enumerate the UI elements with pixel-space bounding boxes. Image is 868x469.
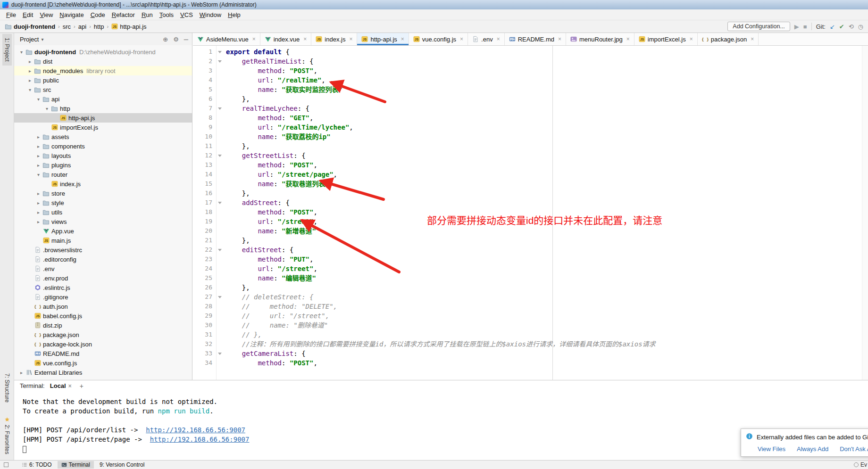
project-tree-item[interactable]: .gitignore (14, 292, 192, 302)
new-terminal-icon[interactable]: + (80, 382, 83, 390)
project-tree-item[interactable]: ▾src (14, 85, 192, 94)
close-icon[interactable]: × (68, 383, 72, 389)
tool-stripe-2-favorites[interactable]: 2: Favorites (2, 413, 12, 458)
fold-icon[interactable] (218, 249, 222, 251)
menu-item-edit[interactable]: Edit (19, 10, 36, 19)
editor-scrollbar[interactable] (862, 46, 868, 380)
project-tree-item[interactable]: ▸External Libraries (14, 368, 192, 377)
project-tree-item[interactable]: README.md (14, 349, 192, 358)
menu-item-refactor[interactable]: Refactor (108, 10, 138, 19)
breadcrumb-item[interactable]: src (63, 23, 71, 30)
statusbar-item-terminal[interactable]: Terminal (58, 461, 94, 469)
fold-icon[interactable] (218, 60, 222, 63)
close-icon[interactable]: × (252, 36, 256, 42)
editor-tab[interactable]: { }package.json× (698, 33, 759, 45)
terminal-tab-local[interactable]: Local × (47, 381, 75, 390)
chevron-right-icon[interactable]: ▸ (26, 78, 33, 83)
run-icon[interactable]: ▶ (794, 24, 799, 30)
project-tree-item[interactable]: JSvue.config.js (14, 358, 192, 368)
chevron-down-icon[interactable]: ▾ (26, 87, 33, 92)
project-panel-title[interactable]: Project (20, 36, 39, 43)
chevron-down-icon[interactable]: ▾ (43, 106, 50, 111)
fold-icon[interactable] (218, 296, 222, 298)
event-log-button[interactable]: Ev (854, 461, 867, 468)
chevron-right-icon[interactable]: ▸ (35, 163, 42, 168)
project-tree-item[interactable]: ▸store (14, 189, 192, 198)
terminal-output[interactable]: Note that the development build is not o… (14, 391, 868, 453)
fold-icon[interactable] (218, 155, 222, 157)
terminal-link[interactable]: http://192.168.66.56:9007 (146, 426, 245, 434)
project-tree-item[interactable]: JSmain.js (14, 236, 192, 245)
chevron-down-icon[interactable]: ▾ (35, 172, 42, 177)
close-icon[interactable]: × (558, 36, 561, 42)
breadcrumb-item[interactable]: api (78, 23, 86, 30)
project-tree-item[interactable]: JSindex.js (14, 179, 192, 189)
menu-item-help[interactable]: Help (225, 10, 244, 19)
close-icon[interactable]: × (690, 36, 693, 42)
chevron-right-icon[interactable]: ▸ (35, 153, 42, 158)
editor-tab[interactable]: JShttp-api.js× (357, 33, 409, 45)
chevron-right-icon[interactable]: ▸ (26, 59, 33, 64)
project-tree-item[interactable]: ▸components (14, 141, 192, 151)
project-tree-item[interactable]: ▸dist (14, 57, 192, 66)
project-tree-item[interactable]: ▸views (14, 217, 192, 226)
tool-window-quick-access-icon[interactable] (4, 462, 8, 467)
chevron-right-icon[interactable]: ▸ (35, 219, 42, 224)
project-tree-item[interactable]: { }package-lock.json (14, 339, 192, 349)
close-icon[interactable]: × (497, 36, 500, 42)
menu-item-view[interactable]: View (36, 10, 56, 19)
close-icon[interactable]: × (303, 36, 307, 42)
notification-action[interactable]: Don't Ask Agai (840, 445, 868, 453)
statusbar-item-6-todo[interactable]: 6: TODO (18, 461, 56, 469)
close-icon[interactable]: × (349, 36, 352, 42)
project-tree-item[interactable]: ▸node_moduleslibrary root (14, 66, 192, 75)
editor-tab[interactable]: menuRouter.jpg× (566, 33, 634, 45)
project-tree[interactable]: ▾duoji-frontendD:\zheheWeb\duoji-fronten… (14, 47, 192, 380)
chevron-right-icon[interactable]: ▸ (35, 134, 42, 140)
project-tree-item[interactable]: .browserslistrc (14, 245, 192, 255)
project-tree-item[interactable]: JShttp-api.js (14, 113, 192, 123)
chevron-right-icon[interactable]: ▸ (18, 370, 25, 375)
chevron-down-icon[interactable]: ▾ (18, 49, 25, 55)
project-tree-item[interactable]: ▾http (14, 104, 192, 113)
menu-item-window[interactable]: Window (196, 10, 225, 19)
project-tree-item[interactable]: ▸plugins (14, 160, 192, 170)
project-tree-item[interactable]: ▾duoji-frontendD:\zheheWeb\duoji-fronten… (14, 47, 192, 57)
chevron-right-icon[interactable]: ▸ (26, 68, 33, 74)
menu-item-file[interactable]: File (3, 10, 19, 19)
editor-tab[interactable]: .env× (468, 33, 505, 45)
locate-icon[interactable]: ⊕ (163, 36, 168, 43)
breadcrumb-item[interactable]: http (94, 23, 104, 30)
project-tree-item[interactable]: .env (14, 264, 192, 273)
fold-icon[interactable] (218, 107, 222, 110)
menu-item-run[interactable]: Run (138, 10, 156, 19)
editor-gutter[interactable]: 1234567891011121314151617181920212223242… (193, 46, 217, 380)
editor-tab[interactable]: README.md× (505, 33, 566, 45)
editor-tab[interactable]: JSvue.config.js× (409, 33, 468, 45)
project-tree-item[interactable]: { }package.json (14, 330, 192, 339)
tool-stripe-7-structure[interactable]: 7: Structure (2, 370, 12, 406)
chevron-right-icon[interactable]: ▸ (35, 144, 42, 149)
editor-tab[interactable]: JSindex.js× (311, 33, 357, 45)
chevron-right-icon[interactable]: ▸ (35, 200, 42, 206)
git-commit-icon[interactable]: ✔ (839, 24, 844, 30)
project-tree-item[interactable]: dist.zip (14, 321, 192, 330)
add-configuration-button[interactable]: Add Configuration... (727, 22, 790, 31)
menu-item-tools[interactable]: Tools (156, 10, 177, 19)
history-icon[interactable]: ◷ (858, 24, 863, 30)
settings-icon[interactable]: ⚙ (173, 36, 179, 43)
project-tree-item[interactable]: ▸utils (14, 207, 192, 217)
terminal-link[interactable]: http://192.168.66.56:9007 (150, 436, 250, 443)
stop-icon[interactable]: ■ (803, 24, 807, 30)
editor-tab[interactable]: JSimportExcel.js× (634, 33, 698, 45)
menu-item-vcs[interactable]: VCS (177, 10, 196, 19)
chevron-down-icon[interactable]: ▾ (41, 37, 43, 42)
project-tree-item[interactable]: .env.prod (14, 273, 192, 283)
tool-stripe-1-project[interactable]: 1: Project (2, 34, 12, 66)
project-tree-item[interactable]: .eslintrc.js (14, 283, 192, 292)
fold-icon[interactable] (218, 202, 222, 204)
project-tree-item[interactable]: App.vue (14, 226, 192, 236)
project-tree-item[interactable]: ▸layouts (14, 151, 192, 160)
project-tree-item[interactable]: ▾api (14, 94, 192, 104)
chevron-right-icon[interactable]: ▸ (35, 210, 42, 215)
